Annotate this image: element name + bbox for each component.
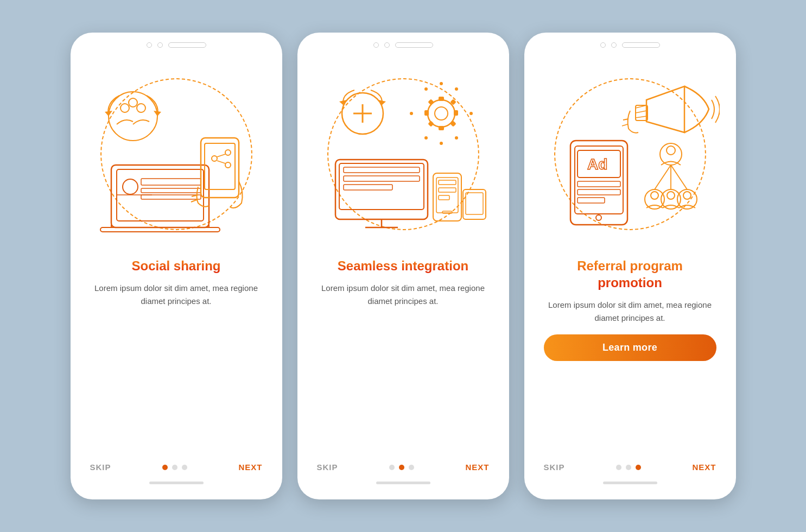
nav-row-1: SKIP NEXT xyxy=(86,458,267,472)
svg-point-21 xyxy=(137,104,145,112)
dot-3-2 xyxy=(626,465,631,470)
phone-bottom-3: SKIP NEXT xyxy=(524,458,736,499)
svg-point-2 xyxy=(123,179,138,194)
svg-rect-58 xyxy=(439,180,456,185)
phone-bottom-2: SKIP NEXT xyxy=(297,458,509,499)
dot-1-1 xyxy=(162,465,168,470)
seamless-integration-illustration xyxy=(316,73,490,236)
social-sharing-illustration xyxy=(90,73,263,236)
svg-rect-48 xyxy=(335,160,428,219)
svg-rect-4 xyxy=(141,179,201,185)
next-button-1[interactable]: NEXT xyxy=(238,463,262,472)
next-button-3[interactable]: NEXT xyxy=(692,463,716,472)
svg-rect-76 xyxy=(577,198,605,203)
status-circle-5 xyxy=(600,42,606,48)
dot-3-3 xyxy=(636,465,641,470)
phones-container: Social sharing Lorem ipsum dolor sit dim… xyxy=(71,33,736,499)
svg-rect-33 xyxy=(439,126,444,130)
svg-point-45 xyxy=(424,87,428,91)
status-circle-3 xyxy=(373,42,379,48)
illustration-area-1 xyxy=(71,51,282,257)
home-indicator-2 xyxy=(376,482,430,484)
svg-point-88 xyxy=(683,192,691,199)
screen-desc-1: Lorem ipsum dolor sit dim amet, mea regi… xyxy=(90,282,263,308)
svg-rect-59 xyxy=(439,188,456,192)
home-indicator-3 xyxy=(603,482,657,484)
svg-rect-52 xyxy=(344,185,392,190)
screen-title-2: Seamless integration xyxy=(338,257,468,274)
skip-button-3[interactable]: SKIP xyxy=(544,463,565,472)
svg-point-12 xyxy=(212,156,217,161)
svg-point-40 xyxy=(440,82,443,85)
svg-rect-34 xyxy=(424,110,429,116)
svg-line-15 xyxy=(217,154,225,157)
svg-rect-5 xyxy=(141,188,201,193)
svg-rect-70 xyxy=(570,141,627,225)
svg-point-44 xyxy=(455,87,458,91)
svg-point-43 xyxy=(440,142,443,145)
svg-line-80 xyxy=(655,165,671,189)
next-button-2[interactable]: NEXT xyxy=(465,463,489,472)
svg-rect-49 xyxy=(339,163,424,210)
svg-rect-38 xyxy=(428,121,434,126)
svg-rect-51 xyxy=(344,176,420,181)
svg-rect-39 xyxy=(450,121,456,126)
status-circle-4 xyxy=(384,42,390,48)
svg-point-84 xyxy=(651,192,658,199)
phone-2: Seamless integration Lorem ipsum dolor s… xyxy=(297,33,509,499)
svg-point-86 xyxy=(667,192,675,199)
svg-marker-23 xyxy=(105,111,112,116)
svg-rect-50 xyxy=(344,167,420,173)
screen-title-1: Social sharing xyxy=(131,257,220,274)
status-circle-1 xyxy=(147,42,152,48)
status-circle-2 xyxy=(157,42,163,48)
dots-row-3 xyxy=(616,465,641,470)
svg-point-79 xyxy=(667,146,675,155)
svg-rect-75 xyxy=(577,189,620,195)
svg-line-66 xyxy=(636,111,646,113)
svg-point-22 xyxy=(129,98,137,107)
phone-top-bar-2 xyxy=(297,33,509,51)
phone-content-1: Social sharing Lorem ipsum dolor sit dim… xyxy=(71,257,282,458)
svg-rect-10 xyxy=(201,138,239,198)
status-pill-1 xyxy=(168,42,206,48)
svg-point-77 xyxy=(596,215,601,220)
svg-rect-35 xyxy=(454,110,458,116)
svg-point-14 xyxy=(225,162,231,168)
svg-text:Ad: Ad xyxy=(587,156,607,173)
dot-3-1 xyxy=(616,465,621,470)
nav-row-3: SKIP NEXT xyxy=(540,458,721,472)
svg-point-42 xyxy=(410,112,413,115)
illustration-area-3: Ad xyxy=(524,51,736,257)
phone-top-bar-3 xyxy=(524,33,736,51)
svg-line-16 xyxy=(217,161,225,163)
status-pill-2 xyxy=(395,42,433,48)
screen-title-3: Referral program promotion xyxy=(544,257,716,291)
learn-more-button[interactable]: Learn more xyxy=(544,334,716,361)
svg-rect-74 xyxy=(577,181,620,187)
svg-rect-32 xyxy=(439,97,444,101)
svg-line-67 xyxy=(636,116,646,118)
svg-point-41 xyxy=(469,112,473,115)
phone-content-3: Referral program promotion Lorem ipsum d… xyxy=(524,257,736,458)
phone-top-bar-1 xyxy=(71,33,282,51)
home-indicator-1 xyxy=(149,482,204,484)
svg-rect-6 xyxy=(141,195,201,199)
svg-point-31 xyxy=(435,107,448,120)
skip-button-1[interactable]: SKIP xyxy=(90,463,111,472)
phone-bottom-1: SKIP NEXT xyxy=(71,458,282,499)
svg-point-19 xyxy=(109,92,157,141)
svg-rect-36 xyxy=(428,99,434,105)
svg-marker-63 xyxy=(646,86,684,132)
dot-2-2 xyxy=(399,465,404,470)
phone-3: Ad xyxy=(524,33,736,499)
svg-rect-57 xyxy=(442,211,452,213)
svg-marker-24 xyxy=(154,111,161,116)
dot-2-3 xyxy=(409,465,414,470)
screen-desc-2: Lorem ipsum dolor sit dim amet, mea regi… xyxy=(317,282,490,308)
referral-program-illustration: Ad xyxy=(541,70,720,238)
skip-button-2[interactable]: SKIP xyxy=(317,463,338,472)
status-circle-6 xyxy=(611,42,617,48)
svg-line-82 xyxy=(671,165,687,189)
svg-rect-60 xyxy=(439,195,449,200)
